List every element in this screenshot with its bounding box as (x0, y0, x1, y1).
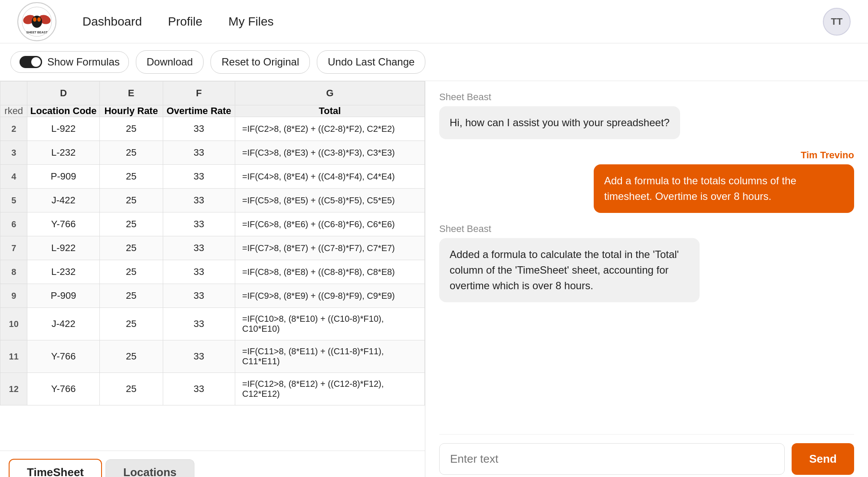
subheader-overtime: Overtime Rate (163, 105, 235, 117)
undo-button[interactable]: Undo Last Change (317, 50, 425, 74)
chat-message-row: Tim TrevinoAdd a formula to the totals c… (439, 150, 854, 213)
toolbar: Show Formulas Download Reset to Original… (0, 43, 868, 81)
row-num: 12 (0, 373, 27, 405)
cell-total[interactable]: =IF(C9>8, (8*E9) + ((C9-8)*F9), C9*E9) (235, 284, 424, 308)
cell-total[interactable]: =IF(C7>8, (8*E7) + ((C7-8)*F7), C7*E7) (235, 236, 424, 260)
message-sender: Sheet Beast (439, 223, 854, 235)
cell-location[interactable]: L-922 (27, 236, 99, 260)
cell-overtime[interactable]: 33 (163, 236, 235, 260)
cell-location[interactable]: Y-766 (27, 373, 99, 405)
table-row: 12 Y-766 25 33 =IF(C12>8, (8*E12) + ((C1… (0, 373, 425, 405)
logo: SHEET BEAST (17, 2, 56, 41)
toggle-thumb (31, 57, 41, 67)
svg-point-4 (33, 17, 36, 22)
row-num: 3 (0, 141, 27, 165)
cell-hourly[interactable]: 25 (99, 284, 163, 308)
cell-overtime[interactable]: 33 (163, 260, 235, 284)
cell-total[interactable]: =IF(C8>8, (8*E8) + ((C8-8)*F8), C8*E8) (235, 260, 424, 284)
message-sender: Tim Trevino (439, 150, 854, 161)
avatar[interactable]: TT (823, 8, 851, 36)
cell-total[interactable]: =IF(C3>8, (8*E3) + ((C3-8)*F3), C3*E3) (235, 141, 424, 165)
tab-timesheet[interactable]: TimeSheet (9, 459, 102, 477)
send-button[interactable]: Send (792, 443, 854, 475)
tab-locations[interactable]: Locations (105, 459, 194, 477)
show-formulas-label: Show Formulas (47, 56, 120, 68)
svg-text:SHEET BEAST: SHEET BEAST (26, 31, 48, 34)
cell-total[interactable]: =IF(C5>8, (8*E5) + ((C5-8)*F5), C5*E5) (235, 189, 424, 212)
cell-overtime[interactable]: 33 (163, 284, 235, 308)
cell-hourly[interactable]: 25 (99, 141, 163, 165)
cell-overtime[interactable]: 33 (163, 141, 235, 165)
main-nav: Dashboard Profile My Files (82, 15, 823, 29)
cell-overtime[interactable]: 33 (163, 189, 235, 212)
row-num: 6 (0, 212, 27, 236)
cell-overtime[interactable]: 33 (163, 165, 235, 189)
col-header-g: G (235, 82, 424, 105)
subheader-location: Location Code (27, 105, 99, 117)
logo-icon: SHEET BEAST (22, 7, 52, 37)
cell-location[interactable]: Y-766 (27, 212, 99, 236)
row-num: 10 (0, 308, 27, 340)
cell-location[interactable]: Y-766 (27, 340, 99, 373)
chat-messages: Sheet BeastHi, how can I assist you with… (439, 91, 854, 434)
message-bubble: Hi, how can I assist you with your sprea… (439, 106, 680, 139)
chat-area: Sheet BeastHi, how can I assist you with… (425, 81, 868, 477)
cell-hourly[interactable]: 25 (99, 308, 163, 340)
col-header-d: D (27, 82, 99, 105)
chat-input[interactable] (439, 443, 785, 475)
subheader-hourly: Hourly Rate (99, 105, 163, 117)
cell-hourly[interactable]: 25 (99, 260, 163, 284)
row-num: 4 (0, 165, 27, 189)
cell-overtime[interactable]: 33 (163, 212, 235, 236)
cell-hourly[interactable]: 25 (99, 212, 163, 236)
cell-total[interactable]: =IF(C4>8, (8*E4) + ((C4-8)*F4), C4*E4) (235, 165, 424, 189)
cell-hourly[interactable]: 25 (99, 189, 163, 212)
row-num: 5 (0, 189, 27, 212)
row-num: 8 (0, 260, 27, 284)
chat-message-row: Sheet BeastHi, how can I assist you with… (439, 91, 854, 139)
message-sender: Sheet Beast (439, 91, 854, 103)
cell-location[interactable]: L-232 (27, 141, 99, 165)
cell-location[interactable]: P-909 (27, 165, 99, 189)
table-row: 2 L-922 25 33 =IF(C2>8, (8*E2) + ((C2-8)… (0, 117, 425, 141)
col-header-f: F (163, 82, 235, 105)
cell-overtime[interactable]: 33 (163, 117, 235, 141)
cell-location[interactable]: L-232 (27, 260, 99, 284)
cell-hourly[interactable]: 25 (99, 236, 163, 260)
table-row: 4 P-909 25 33 =IF(C4>8, (8*E4) + ((C4-8)… (0, 165, 425, 189)
cell-overtime[interactable]: 33 (163, 308, 235, 340)
reset-button[interactable]: Reset to Original (210, 50, 310, 74)
cell-total[interactable]: =IF(C11>8, (8*E11) + ((C11-8)*F11), C11*… (235, 340, 424, 373)
nav-profile[interactable]: Profile (168, 15, 202, 29)
cell-location[interactable]: L-922 (27, 117, 99, 141)
nav-dashboard[interactable]: Dashboard (82, 15, 142, 29)
table-row: 5 J-422 25 33 =IF(C5>8, (8*E5) + ((C5-8)… (0, 189, 425, 212)
nav-my-files[interactable]: My Files (228, 15, 273, 29)
cell-hourly[interactable]: 25 (99, 340, 163, 373)
spreadsheet-area: D E F G rked Location Code Hourly Rate O… (0, 81, 425, 477)
cell-hourly[interactable]: 25 (99, 117, 163, 141)
download-button[interactable]: Download (136, 50, 204, 74)
chat-message-row: Sheet BeastAdded a formula to calculate … (439, 223, 854, 302)
cell-location[interactable]: J-422 (27, 308, 99, 340)
cell-total[interactable]: =IF(C2>8, (8*E2) + ((C2-8)*F2), C2*E2) (235, 117, 424, 141)
spreadsheet-table: D E F G rked Location Code Hourly Rate O… (0, 81, 425, 405)
cell-location[interactable]: J-422 (27, 189, 99, 212)
row-num: 9 (0, 284, 27, 308)
cell-hourly[interactable]: 25 (99, 373, 163, 405)
cell-total[interactable]: =IF(C12>8, (8*E12) + ((C12-8)*F12), C12*… (235, 373, 424, 405)
table-row: 6 Y-766 25 33 =IF(C6>8, (8*E6) + ((C6-8)… (0, 212, 425, 236)
table-row: 8 L-232 25 33 =IF(C8>8, (8*E8) + ((C8-8)… (0, 260, 425, 284)
svg-point-3 (32, 16, 42, 28)
chat-input-area: Send (439, 434, 854, 477)
cell-location[interactable]: P-909 (27, 284, 99, 308)
cell-overtime[interactable]: 33 (163, 340, 235, 373)
header: SHEET BEAST Dashboard Profile My Files T… (0, 0, 868, 43)
toggle-track (20, 56, 42, 68)
cell-total[interactable]: =IF(C10>8, (8*E10) + ((C10-8)*F10), C10*… (235, 308, 424, 340)
show-formulas-toggle[interactable]: Show Formulas (10, 51, 129, 73)
cell-overtime[interactable]: 33 (163, 373, 235, 405)
cell-hourly[interactable]: 25 (99, 165, 163, 189)
table-wrap: D E F G rked Location Code Hourly Rate O… (0, 81, 425, 451)
cell-total[interactable]: =IF(C6>8, (8*E6) + ((C6-8)*F6), C6*E6) (235, 212, 424, 236)
